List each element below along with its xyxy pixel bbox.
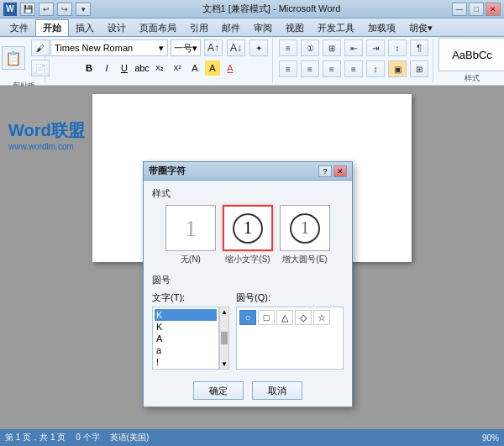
italic-btn[interactable]: I bbox=[99, 60, 114, 76]
tab-file[interactable]: 文件 bbox=[3, 19, 35, 36]
sort-btn[interactable]: ↕ bbox=[388, 39, 407, 56]
page-info: 第 1 页，共 1 页 bbox=[5, 432, 66, 443]
style-none-box[interactable]: 1 bbox=[165, 205, 216, 251]
align-right-btn[interactable]: ≡ bbox=[323, 60, 341, 77]
strikethrough-btn[interactable]: abc bbox=[134, 60, 150, 76]
text-item-0[interactable]: K bbox=[155, 309, 217, 321]
multilevel-btn[interactable]: ⊞ bbox=[323, 39, 341, 56]
tab-view[interactable]: 视图 bbox=[279, 19, 311, 36]
tab-addins[interactable]: 加载项 bbox=[361, 19, 402, 36]
tab-mailings[interactable]: 邮件 bbox=[215, 19, 247, 36]
borders-btn[interactable]: ⊞ bbox=[410, 60, 428, 77]
tab-review[interactable]: 审阅 bbox=[247, 19, 279, 36]
dialog-title: 带圈字符 bbox=[149, 165, 186, 177]
dialog-help-btn[interactable]: ? bbox=[318, 165, 332, 177]
zoom-value: 90% bbox=[482, 433, 499, 443]
font-dropdown-icon: ▾ bbox=[159, 43, 164, 54]
para-row1: ≡ ① ⊞ ⇤ ⇥ ↕ ¶ bbox=[278, 39, 429, 57]
tab-developer[interactable]: 开发工具 bbox=[311, 19, 361, 36]
shading-btn[interactable]: ▣ bbox=[388, 60, 407, 77]
symbol-star[interactable]: ☆ bbox=[313, 310, 330, 325]
superscript-btn[interactable]: X² bbox=[170, 60, 185, 76]
bold-btn[interactable]: B bbox=[81, 60, 97, 76]
font-color-btn[interactable]: A bbox=[223, 60, 238, 76]
cancel-button[interactable]: 取消 bbox=[252, 381, 302, 400]
symbol-diamond[interactable]: ◇ bbox=[295, 310, 312, 325]
tab-user[interactable]: 胡俊▾ bbox=[402, 19, 439, 36]
shrink-font-btn[interactable]: A↓ bbox=[227, 39, 245, 56]
style-enlarge-box[interactable]: 1 bbox=[280, 205, 330, 251]
style-enlarge: 1 增大圆号(E) bbox=[280, 205, 330, 265]
text-scrollbar[interactable]: ▲ ▼ bbox=[219, 307, 229, 370]
align-center-btn[interactable]: ≡ bbox=[301, 60, 319, 77]
line-spacing-btn[interactable]: ↕ bbox=[366, 60, 385, 77]
status-left: 第 1 页，共 1 页 0 个字 英语(美国) bbox=[5, 432, 149, 443]
style-section-label: 样式 bbox=[152, 187, 344, 200]
undo-quick-btn[interactable]: ↩ bbox=[39, 3, 54, 16]
clear-format-btn[interactable]: ✦ bbox=[249, 39, 268, 56]
font-name-value: Times New Roman bbox=[55, 43, 133, 53]
style-enlarge-label: 增大圆号(E) bbox=[282, 254, 327, 265]
para-row2: ≡ ≡ ≡ ≡ ↕ ▣ ⊞ bbox=[278, 60, 429, 78]
styles-gallery[interactable]: AaBbCc bbox=[438, 38, 504, 71]
style-enlarge-preview: 1 bbox=[290, 213, 320, 244]
save-quick-btn[interactable]: 💾 bbox=[20, 3, 35, 16]
paste-icon: 📋 bbox=[2, 46, 25, 70]
font-size-select[interactable]: 一号 ▾ bbox=[171, 39, 201, 56]
quick-access-more[interactable]: ▾ bbox=[76, 3, 91, 16]
circle-symbol-area[interactable]: ○ □ △ ◇ ☆ bbox=[236, 307, 344, 370]
styles-section: AaBbCc 样式 ▲ ▼ ⊞ bbox=[435, 39, 504, 83]
font-size-value: 一号 bbox=[174, 42, 192, 55]
text-item-4[interactable]: ! bbox=[155, 356, 217, 368]
tab-page-layout[interactable]: 页面布局 bbox=[133, 19, 183, 36]
tab-home[interactable]: 开始 bbox=[35, 19, 69, 36]
style-none: 1 无(N) bbox=[165, 205, 216, 265]
grow-font-btn[interactable]: A↑ bbox=[204, 39, 223, 56]
tab-references[interactable]: 引用 bbox=[183, 19, 215, 36]
styles-label: 样式 bbox=[465, 73, 480, 84]
style-samples: 1 无(N) 1 缩小文字(S) 1 bbox=[152, 205, 344, 265]
maximize-btn[interactable]: □ bbox=[469, 3, 484, 16]
scroll-down-icon[interactable]: ▼ bbox=[221, 360, 228, 368]
align-left-btn[interactable]: ≡ bbox=[279, 60, 297, 77]
main-area: Word联盟 www.wordlm.com 带圈字符 ? ✕ 样式 bbox=[0, 86, 504, 429]
decrease-indent-btn[interactable]: ⇤ bbox=[344, 39, 363, 56]
minimize-btn[interactable]: — bbox=[452, 3, 467, 16]
style-shrink-box[interactable]: 1 bbox=[223, 205, 273, 251]
bullets-btn[interactable]: ≡ bbox=[279, 39, 297, 56]
justify-btn[interactable]: ≡ bbox=[344, 60, 363, 77]
symbol-square[interactable]: □ bbox=[258, 310, 275, 325]
clipboard-section: 📋 🖌 📄 剪贴板 bbox=[3, 39, 45, 83]
text-item-2[interactable]: A bbox=[155, 333, 217, 344]
paste-button[interactable]: 📋 bbox=[0, 45, 29, 71]
underline-btn[interactable]: U bbox=[117, 60, 132, 76]
dialog-controls: ? ✕ bbox=[318, 165, 347, 177]
ribbon-tabs: 文件 开始 插入 设计 页面布局 引用 邮件 审阅 视图 开发工具 加载项 胡俊… bbox=[0, 18, 504, 37]
window-controls: — □ ✕ bbox=[452, 3, 501, 16]
font-name-select[interactable]: Times New Roman ▾ bbox=[50, 39, 168, 56]
text-input-area[interactable]: K K A a ! bbox=[152, 307, 219, 370]
close-btn[interactable]: ✕ bbox=[486, 3, 501, 16]
dialog-close-btn[interactable]: ✕ bbox=[333, 165, 347, 177]
numbering-btn[interactable]: ① bbox=[301, 39, 319, 56]
tab-insert[interactable]: 插入 bbox=[69, 19, 101, 36]
subscript-btn[interactable]: X₂ bbox=[152, 60, 167, 76]
highlight-btn[interactable]: A bbox=[205, 60, 220, 76]
circle-col: 圆号(Q): ○ □ △ ◇ ☆ bbox=[236, 291, 344, 370]
text-item-1[interactable]: K bbox=[155, 321, 217, 333]
dialog-content: 样式 1 无(N) 1 缩小文字(S) bbox=[144, 181, 352, 376]
text-item-3[interactable]: a bbox=[155, 344, 217, 356]
style-none-label: 无(N) bbox=[181, 254, 201, 265]
redo-quick-btn[interactable]: ↪ bbox=[57, 3, 72, 16]
show-marks-btn[interactable]: ¶ bbox=[410, 39, 428, 56]
tab-design[interactable]: 设计 bbox=[101, 19, 133, 36]
font-row2: B I U abc X₂ X² A A A bbox=[81, 60, 238, 76]
symbol-circle[interactable]: ○ bbox=[239, 310, 256, 325]
scroll-thumb bbox=[221, 332, 228, 344]
text-effects-btn[interactable]: A bbox=[187, 60, 202, 76]
scroll-up-icon[interactable]: ▲ bbox=[221, 308, 228, 316]
word-count: 0 个字 bbox=[76, 432, 99, 443]
increase-indent-btn[interactable]: ⇥ bbox=[366, 39, 385, 56]
symbol-triangle[interactable]: △ bbox=[276, 310, 293, 325]
ok-button[interactable]: 确定 bbox=[193, 381, 244, 400]
